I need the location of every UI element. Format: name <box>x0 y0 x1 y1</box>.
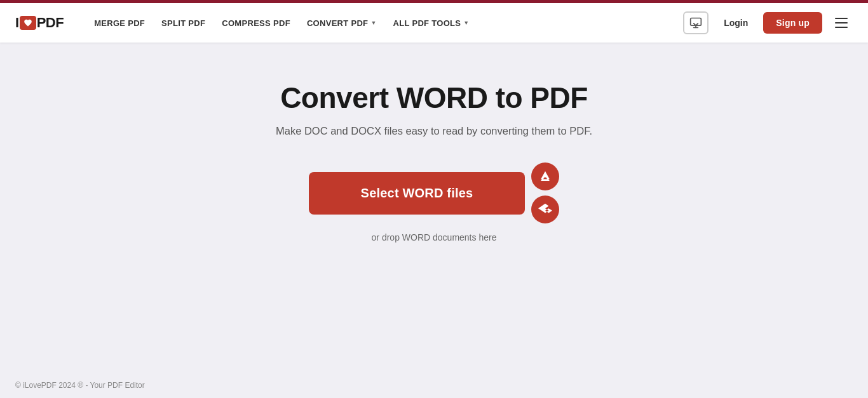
google-drive-upload-button[interactable] <box>531 163 559 190</box>
navbar: I PDF MERGE PDF SPLIT PDF COMPRESS PDF C… <box>0 3 868 43</box>
nav-split-pdf[interactable]: SPLIT PDF <box>154 13 213 33</box>
signup-button[interactable]: Sign up <box>763 12 822 34</box>
cloud-upload-buttons <box>531 163 559 223</box>
nav-right: Login Sign up <box>683 11 853 34</box>
nav-convert-pdf[interactable]: CONVERT PDF ▼ <box>299 13 384 33</box>
logo-heart-icon <box>20 16 36 30</box>
login-button[interactable]: Login <box>716 13 756 33</box>
main-content: Convert WORD to PDF Make DOC and DOCX fi… <box>0 43 868 360</box>
nav-links: MERGE PDF SPLIT PDF COMPRESS PDF CONVERT… <box>86 13 683 33</box>
google-drive-icon <box>538 169 552 183</box>
nav-all-pdf-tools[interactable]: ALL PDF TOOLS ▼ <box>386 13 477 33</box>
nav-merge-pdf[interactable]: MERGE PDF <box>86 13 153 33</box>
upload-row: Select WORD files <box>309 163 559 223</box>
dropbox-icon <box>538 202 552 216</box>
dropbox-upload-button[interactable] <box>531 196 559 223</box>
download-app-button[interactable] <box>683 11 709 34</box>
hamburger-menu-button[interactable] <box>830 11 853 34</box>
all-tools-chevron-icon: ▼ <box>463 20 469 26</box>
nav-compress-pdf[interactable]: COMPRESS PDF <box>214 13 298 33</box>
select-files-button[interactable]: Select WORD files <box>309 172 525 215</box>
drop-text: or drop WORD documents here <box>372 232 497 242</box>
page-subtitle: Make DOC and DOCX files easy to read by … <box>276 125 592 137</box>
footer: © iLovePDF 2024 ® - Your PDF Editor <box>0 371 868 398</box>
page-title: Convert WORD to PDF <box>280 81 588 115</box>
logo-text-right: PDF <box>37 15 64 31</box>
convert-pdf-chevron-icon: ▼ <box>370 20 376 26</box>
menu-line-1 <box>835 18 848 19</box>
logo[interactable]: I PDF <box>15 15 64 31</box>
svg-rect-0 <box>691 18 702 26</box>
menu-line-2 <box>835 22 848 23</box>
menu-line-3 <box>835 27 848 28</box>
upload-section: Select WORD files or drop WORD documents… <box>309 163 559 242</box>
footer-copyright: © iLovePDF 2024 ® - Your PDF Editor <box>15 381 145 390</box>
download-icon <box>689 17 702 29</box>
logo-text-left: I <box>15 15 19 31</box>
